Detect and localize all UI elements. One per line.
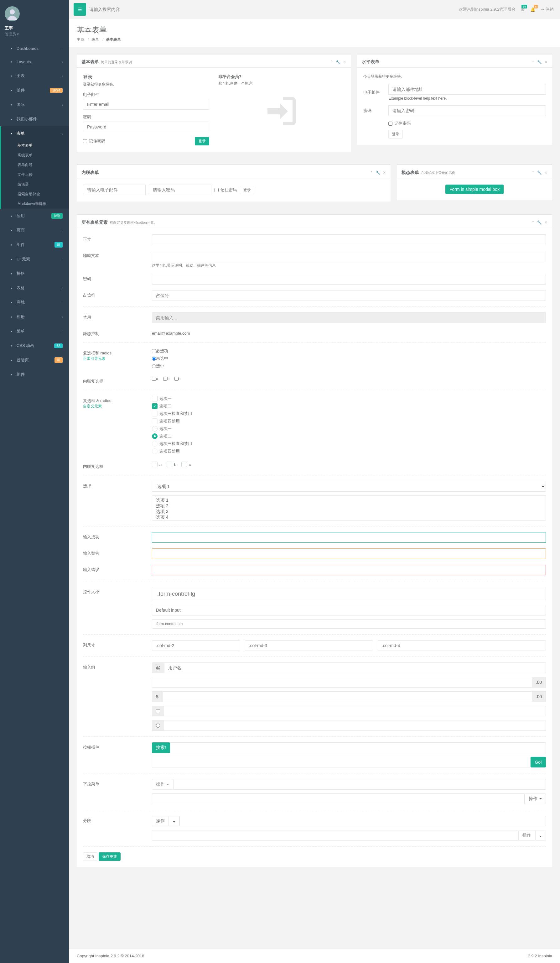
avatar bbox=[5, 6, 20, 21]
caret-button[interactable] bbox=[169, 816, 180, 826]
close-icon[interactable]: ✕ bbox=[544, 220, 547, 225]
nav-toggle-button[interactable]: ☰ bbox=[74, 3, 86, 16]
dropdown-button[interactable]: 操作 bbox=[524, 793, 546, 804]
package-icon: ▪ bbox=[9, 372, 14, 377]
nav-item[interactable]: ▪国际‹ bbox=[0, 97, 69, 112]
collapse-icon[interactable]: ⌃ bbox=[531, 60, 535, 64]
nav-item[interactable]: ▪UI 元素‹ bbox=[0, 252, 69, 266]
radio-disabled-icon bbox=[152, 448, 157, 454]
normal-input[interactable] bbox=[152, 234, 546, 245]
sm-input[interactable] bbox=[152, 619, 546, 629]
sitemap-icon: ▪ bbox=[9, 329, 14, 334]
cart-icon: ▪ bbox=[9, 300, 14, 305]
nav-item[interactable]: ▪栅格 bbox=[0, 266, 69, 281]
page-title: 基本表单 bbox=[77, 25, 552, 35]
profile-role[interactable]: 管理员 ▾ bbox=[5, 32, 64, 37]
caret-button[interactable] bbox=[535, 830, 546, 841]
subnav-item[interactable]: 基本表单 bbox=[1, 141, 69, 151]
collapse-icon[interactable]: ⌃ bbox=[330, 60, 333, 64]
wrench-icon[interactable]: 🔧 bbox=[537, 220, 542, 225]
main-nav: ▪Dashboards‹▪Layouts‹▪图表‹▪邮件16/24▪国际‹▪我们… bbox=[0, 42, 69, 382]
email-input[interactable] bbox=[83, 99, 209, 110]
help-input[interactable] bbox=[152, 251, 546, 261]
placeholder-input[interactable] bbox=[152, 290, 546, 301]
profile-block: 王宇 管理员 ▾ bbox=[0, 0, 69, 42]
nav-item[interactable]: ▪应用特别 bbox=[0, 209, 69, 223]
nav-item[interactable]: ▪商城‹ bbox=[0, 295, 69, 310]
collapse-icon[interactable]: ⌃ bbox=[531, 220, 535, 225]
select-input[interactable]: 选项 1选项 2选项 3选项 4 bbox=[152, 481, 546, 492]
login-button[interactable]: 登录 bbox=[195, 137, 209, 146]
close-icon[interactable]: ✕ bbox=[383, 170, 386, 175]
image-icon: ▪ bbox=[9, 315, 14, 319]
wrench-icon[interactable]: 🔧 bbox=[537, 170, 542, 175]
error-input[interactable] bbox=[152, 565, 546, 576]
star-icon: ▪ bbox=[9, 358, 14, 363]
warning-input[interactable] bbox=[152, 548, 546, 559]
ibox-title: 水平表单 ⌃🔧✕ bbox=[357, 54, 552, 68]
chevron-left-icon: ‹ bbox=[62, 47, 63, 50]
collapse-icon[interactable]: ⌃ bbox=[370, 170, 373, 175]
nav-item[interactable]: ▪菜单‹ bbox=[0, 324, 69, 339]
subnav-item[interactable]: 编辑器 bbox=[1, 180, 69, 189]
th-large-icon: ▪ bbox=[9, 46, 14, 51]
checkbox-checked-icon bbox=[152, 403, 157, 409]
multiselect-input[interactable]: 选项 1选项 2选项 3选项 4 bbox=[152, 495, 546, 520]
go-button[interactable]: Go! bbox=[531, 757, 546, 767]
wrench-icon[interactable]: 🔧 bbox=[537, 60, 542, 64]
logout-link[interactable]: ⇥ 注销 bbox=[541, 6, 554, 12]
def-input[interactable] bbox=[152, 605, 546, 616]
search-input[interactable] bbox=[86, 4, 180, 15]
lg-input[interactable] bbox=[152, 587, 546, 601]
nav-item[interactable]: ▪图表‹ bbox=[0, 69, 69, 83]
nav-item[interactable]: ▪表单‹基本表单高级表单表单向导文件上传编辑器搜索自动补全Markdown编辑器 bbox=[0, 126, 69, 209]
search-button[interactable]: 搜索! bbox=[152, 743, 170, 753]
nav-item[interactable]: ▪首陆页新 bbox=[0, 353, 69, 367]
desktop-icon: ▪ bbox=[9, 214, 14, 219]
wrench-icon[interactable]: 🔧 bbox=[375, 170, 380, 175]
nav-item[interactable]: ▪相册‹ bbox=[0, 310, 69, 324]
close-icon[interactable]: ✕ bbox=[544, 60, 547, 64]
pw-input[interactable] bbox=[152, 274, 546, 285]
h-email-input[interactable] bbox=[388, 84, 546, 95]
wrench-icon[interactable]: 🔧 bbox=[336, 60, 340, 64]
dropdown-button[interactable]: 操作 bbox=[152, 779, 173, 790]
save-button[interactable]: 保存更改 bbox=[99, 853, 121, 861]
topbar: ☰ 欢迎来到Inspinia 2.9.2管理后台 ✉16 🔔8 ⇥ 注销 bbox=[69, 0, 560, 19]
magic-icon: ▪ bbox=[9, 344, 14, 348]
open-modal-button[interactable]: Form in simple modal box bbox=[445, 185, 503, 194]
ibox-title: 所有表单元素有自定义复选框和radion元素。 ⌃🔧✕ bbox=[77, 214, 552, 228]
inline-password-input[interactable] bbox=[149, 185, 211, 195]
cancel-button[interactable]: 取消 bbox=[83, 853, 97, 861]
mail-icon[interactable]: ✉16 bbox=[521, 7, 524, 12]
close-icon[interactable]: ✕ bbox=[343, 60, 346, 64]
nav-item[interactable]: ▪邮件16/24 bbox=[0, 83, 69, 97]
inline-login-button[interactable]: 登录 bbox=[240, 186, 254, 194]
nav-item[interactable]: ▪Layouts‹ bbox=[0, 55, 69, 69]
nav-item[interactable]: ▪组件新 bbox=[0, 238, 69, 252]
subnav-item[interactable]: Markdown编辑器 bbox=[1, 199, 69, 209]
close-icon[interactable]: ✕ bbox=[544, 170, 547, 175]
subnav-item[interactable]: 搜索自动补全 bbox=[1, 189, 69, 199]
radio-icon bbox=[152, 426, 157, 431]
nav-item[interactable]: ▪我们小部件 bbox=[0, 112, 69, 126]
success-input[interactable] bbox=[152, 532, 546, 543]
nav-item[interactable]: ▪表格‹ bbox=[0, 281, 69, 295]
nav-item[interactable]: ▪CSS 动画62 bbox=[0, 339, 69, 353]
nav-item[interactable]: ▪组件 bbox=[0, 367, 69, 382]
nav-item[interactable]: ▪页面‹ bbox=[0, 223, 69, 238]
collapse-icon[interactable]: ⌃ bbox=[531, 170, 535, 175]
subnav-item[interactable]: 文件上传 bbox=[1, 170, 69, 180]
inline-email-input[interactable] bbox=[83, 185, 146, 195]
checkbox-disabled-icon bbox=[152, 418, 157, 424]
subnav-item[interactable]: 高级表单 bbox=[1, 151, 69, 160]
bell-icon[interactable]: 🔔8 bbox=[530, 7, 535, 12]
profile-name: 王宇 bbox=[5, 25, 64, 31]
files-icon: ▪ bbox=[9, 228, 14, 233]
h-password-input[interactable] bbox=[388, 105, 546, 116]
flag-icon: ▪ bbox=[9, 102, 14, 107]
password-input[interactable] bbox=[83, 122, 209, 132]
nav-item[interactable]: ▪Dashboards‹ bbox=[0, 42, 69, 55]
subnav-item[interactable]: 表单向导 bbox=[1, 160, 69, 170]
h-login-button[interactable]: 登录 bbox=[388, 130, 403, 138]
